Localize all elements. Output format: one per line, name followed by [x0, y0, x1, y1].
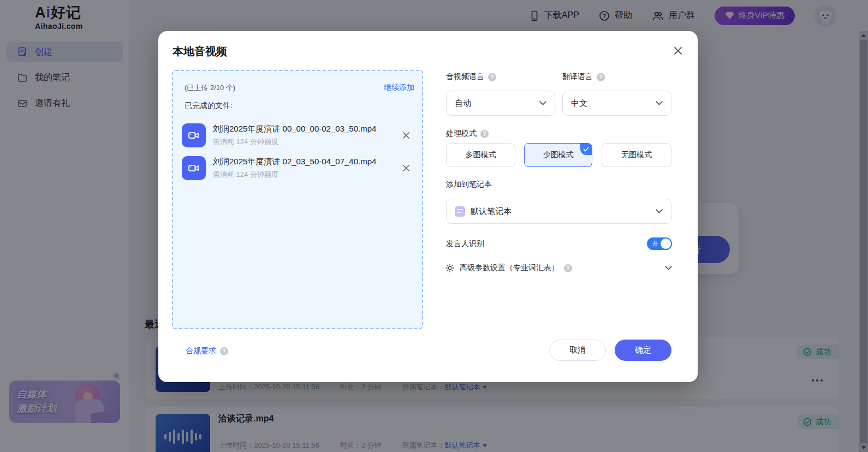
uploaded-file-list: 刘润2025年度演讲 00_00_00-02_03_50.mp4 需消耗 124… — [177, 119, 418, 185]
completed-files-label: 已完成的文件: — [185, 101, 233, 111]
help-icon[interactable]: ? — [220, 347, 228, 355]
upload-count: (已上传 2/10 个) — [185, 83, 235, 93]
toggle-knob — [661, 239, 671, 249]
chevron-down-icon — [656, 101, 663, 105]
close-icon[interactable] — [673, 45, 683, 56]
translate-language-select[interactable]: 中文 — [562, 91, 671, 116]
mode-multi-image[interactable]: 多图模式 — [446, 143, 515, 167]
add-more-link[interactable]: 继续添加 — [384, 83, 414, 93]
compliance-row: 合规要求 ? — [186, 346, 228, 356]
upload-dropzone[interactable]: (已上传 2/10 个) 继续添加 已完成的文件: 刘润2025年度演讲 00_… — [172, 70, 423, 329]
speaker-recognition-label: 发言人识别 — [446, 239, 484, 249]
divider — [174, 115, 421, 115]
speaker-toggle[interactable]: 开 — [647, 237, 672, 250]
file-quota: 需消耗 124 分钟额度 — [213, 170, 392, 180]
translate-language-label: 翻译语言? — [562, 72, 605, 82]
audio-language-label: 音视频语言? — [446, 72, 496, 82]
video-file-icon — [182, 156, 206, 180]
help-icon[interactable]: ? — [480, 130, 489, 138]
advanced-settings-label: 高级参数设置（专业词汇表） — [460, 263, 559, 273]
mode-few-image[interactable]: 少图模式 — [524, 143, 592, 167]
remove-file-icon[interactable] — [399, 163, 413, 173]
add-to-notebook-label: 添加到笔记本 — [446, 180, 492, 189]
selected-value: 中文 — [571, 98, 587, 109]
audio-language-select[interactable]: 自动 — [446, 91, 555, 116]
selected-value: 默认笔记本 — [471, 206, 512, 217]
chevron-down-icon — [539, 101, 546, 105]
help-icon[interactable]: ? — [488, 73, 496, 81]
file-name: 刘润2025年度演讲 00_00_00-02_03_50.mp4 — [213, 124, 392, 134]
file-info: 刘润2025年度演讲 02_03_50-04_07_40.mp4 需消耗 124… — [213, 157, 392, 180]
mode-no-image[interactable]: 无图模式 — [602, 143, 671, 167]
confirm-button[interactable]: 确定 — [615, 340, 671, 361]
local-media-modal: 本地音视频 (已上传 2/10 个) 继续添加 已完成的文件: 刘润2025年度… — [158, 31, 698, 382]
advanced-settings-expander[interactable]: 高级参数设置（专业词汇表） ? — [445, 263, 672, 273]
selected-value: 自动 — [455, 98, 471, 109]
remove-file-icon[interactable] — [399, 130, 413, 140]
modal-title: 本地音视频 — [173, 44, 227, 59]
chevron-down-icon — [665, 266, 672, 270]
help-icon[interactable]: ? — [564, 264, 572, 272]
cancel-button[interactable]: 取消 — [549, 340, 606, 361]
chevron-down-icon — [656, 209, 663, 213]
selected-check-icon — [580, 144, 592, 155]
notebook-select[interactable]: 默认笔记本 — [446, 199, 671, 224]
file-name: 刘润2025年度演讲 02_03_50-04_07_40.mp4 — [213, 157, 392, 167]
compliance-link[interactable]: 合规要求 — [186, 346, 216, 356]
notebook-icon — [455, 206, 465, 217]
uploaded-file: 刘润2025年度演讲 00_00_00-02_03_50.mp4 需消耗 124… — [177, 119, 418, 152]
file-info: 刘润2025年度演讲 00_00_00-02_03_50.mp4 需消耗 124… — [213, 124, 392, 147]
gear-icon — [445, 263, 455, 273]
help-icon[interactable]: ? — [597, 73, 605, 81]
toggle-on-label: 开 — [652, 237, 658, 250]
video-file-icon — [182, 123, 206, 147]
uploaded-file: 刘润2025年度演讲 02_03_50-04_07_40.mp4 需消耗 124… — [177, 152, 418, 185]
file-quota: 需消耗 124 分钟额度 — [213, 137, 392, 147]
process-mode-label: 处理模式? — [446, 129, 489, 139]
